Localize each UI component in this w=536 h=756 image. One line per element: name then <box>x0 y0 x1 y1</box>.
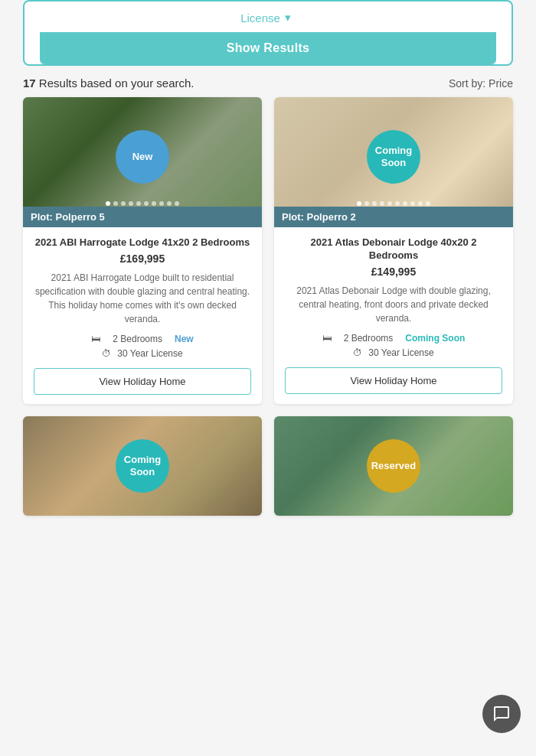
property-price: £149,995 <box>285 266 502 278</box>
dot[interactable] <box>106 201 110 206</box>
results-number: 17 <box>23 77 36 90</box>
badge-label: ComingSoon <box>375 145 412 168</box>
dot[interactable] <box>136 201 141 206</box>
bedrooms-status-row: 🛏 2 Bedrooms New <box>91 334 193 344</box>
dot[interactable] <box>152 201 156 206</box>
meta-info: 🛏 2 Bedrooms Coming Soon ⏱ 30 Year Licen… <box>285 333 502 358</box>
card-body: 2021 Atlas Debonair Lodge 40x20 2 Bedroo… <box>274 227 513 403</box>
property-card-3: ComingSoon <box>23 416 262 516</box>
property-card-polperro2: ComingSoon Plot: Polperro 2 2021 Atlas D… <box>274 97 513 404</box>
badge-label: ComingSoon <box>124 454 161 477</box>
property-title: 2021 Atlas Debonair Lodge 40x20 2 Bedroo… <box>285 236 502 262</box>
dot[interactable] <box>387 201 392 206</box>
view-holiday-home-button[interactable]: View Holiday Home <box>285 367 502 394</box>
carousel-dots[interactable] <box>274 201 513 206</box>
bedrooms-status-row: 🛏 2 Bedrooms Coming Soon <box>322 333 466 344</box>
license-label: 30 Year License <box>368 347 433 358</box>
dot[interactable] <box>410 201 415 206</box>
dot[interactable] <box>395 201 400 206</box>
license-icon: ⏱ <box>353 347 362 358</box>
bedrooms-label: 2 Bedrooms <box>344 333 394 344</box>
dot[interactable] <box>175 201 179 206</box>
badge-label: Reserved <box>371 460 417 472</box>
dot[interactable] <box>159 201 164 206</box>
dot[interactable] <box>403 201 407 206</box>
bedrooms-label: 2 Bedrooms <box>113 334 162 344</box>
license-row: ⏱ 30 Year License <box>102 348 182 359</box>
license-row: ⏱ 30 Year License <box>353 347 433 358</box>
property-title: 2021 ABI Harrogate Lodge 41x20 2 Bedroom… <box>34 236 251 249</box>
dot[interactable] <box>121 201 126 206</box>
property-grid: New Plot: Polperro 5 2021 ABI Harrogate … <box>0 97 536 531</box>
status-badge: New <box>175 334 194 344</box>
dot[interactable] <box>167 201 172 206</box>
dot[interactable] <box>129 201 133 206</box>
dot[interactable] <box>372 201 377 206</box>
view-holiday-home-button[interactable]: View Holiday Home <box>34 368 251 395</box>
badge-reserved: Reserved <box>367 439 420 493</box>
badge-new: New <box>116 130 169 184</box>
dot[interactable] <box>113 201 118 206</box>
card-image-wrapper: Reserved <box>274 416 513 516</box>
show-results-button[interactable]: Show Results <box>40 32 496 64</box>
status-badge: Coming Soon <box>405 333 465 344</box>
results-count: 17 Results based on your search. <box>23 77 194 90</box>
chat-button[interactable] <box>482 695 521 733</box>
property-card-4: Reserved <box>274 416 513 516</box>
dot[interactable] <box>380 201 384 206</box>
property-price: £169,995 <box>34 253 251 265</box>
chat-icon <box>492 705 511 723</box>
property-description: 2021 Atlas Debonair Lodge with double gl… <box>285 284 502 325</box>
property-description: 2021 ABI Harrogate Lodge built to reside… <box>34 271 251 326</box>
license-filter[interactable]: License ▾ <box>40 11 496 32</box>
results-header: 17 Results based on your search. Sort by… <box>0 66 536 97</box>
dot[interactable] <box>426 201 430 206</box>
filter-bar: License ▾ Show Results <box>23 0 513 66</box>
dot[interactable] <box>418 201 423 206</box>
card-image-wrapper: New Plot: Polperro 5 <box>23 97 262 227</box>
license-icon: ⏱ <box>102 348 111 359</box>
chevron-down-icon: ▾ <box>285 11 291 24</box>
card-body: 2021 ABI Harrogate Lodge 41x20 2 Bedroom… <box>23 227 262 404</box>
sort-by[interactable]: Sort by: Price <box>449 77 513 90</box>
carousel-dots[interactable] <box>23 201 262 206</box>
dot[interactable] <box>144 201 149 206</box>
plot-label: Plot: Polperro 5 <box>23 207 262 227</box>
results-sub-label: based on your search. <box>80 77 194 90</box>
card-image-wrapper: ComingSoon <box>23 416 262 516</box>
dot[interactable] <box>357 201 361 206</box>
badge-coming-soon: ComingSoon <box>367 130 420 184</box>
dot[interactable] <box>364 201 369 206</box>
license-label: 30 Year License <box>117 348 182 359</box>
bed-icon: 🛏 <box>91 334 100 344</box>
plot-label: Plot: Polperro 2 <box>274 207 513 227</box>
meta-info: 🛏 2 Bedrooms New ⏱ 30 Year License <box>34 334 251 359</box>
badge-label: New <box>132 151 153 163</box>
card-image-wrapper: ComingSoon Plot: Polperro 2 <box>274 97 513 227</box>
bed-icon: 🛏 <box>322 333 332 344</box>
property-card-polperro5: New Plot: Polperro 5 2021 ABI Harrogate … <box>23 97 262 404</box>
results-label: Results <box>39 77 77 90</box>
license-label: License <box>240 11 280 24</box>
badge-coming-soon: ComingSoon <box>116 439 169 493</box>
